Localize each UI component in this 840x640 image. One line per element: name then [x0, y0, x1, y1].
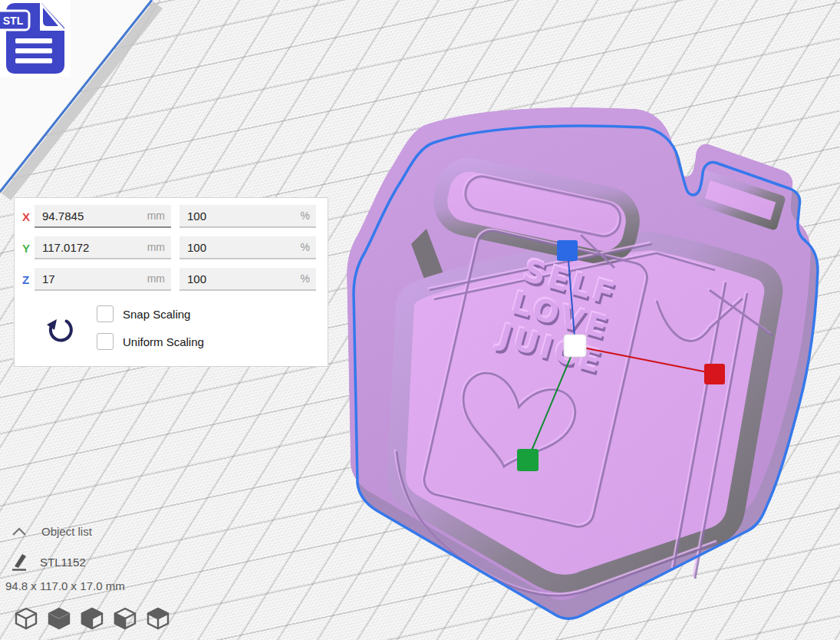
reset-scale-button[interactable] — [44, 312, 76, 347]
gizmo-handle-z[interactable] — [557, 240, 578, 261]
cube-top-left-icon — [80, 606, 104, 631]
cube-top-face-icon — [146, 606, 170, 631]
view-right-side-button[interactable] — [145, 606, 171, 632]
object-list-toggle[interactable]: Object list — [11, 525, 92, 538]
snap-scaling-label: Snap Scaling — [123, 308, 190, 321]
checkbox-box[interactable] — [97, 333, 114, 350]
view-3d-button[interactable] — [13, 606, 39, 632]
y-percent-input[interactable]: 100 % — [180, 236, 316, 259]
rotate-reset-icon — [44, 312, 76, 347]
model-stl1152[interactable]: SELF LOVE JUICE SELF LOVE JUICE SELF LOV… — [347, 107, 818, 619]
gizmo-handle-center[interactable] — [564, 335, 586, 357]
percent-unit-label: % — [301, 209, 310, 222]
scale-row-x: X 94.7845 mm 100 % — [22, 205, 324, 228]
snap-scaling-checkbox[interactable]: Snap Scaling — [97, 305, 190, 322]
model-dimensions: 94.8 x 117.0 x 17.0 mm — [5, 579, 125, 592]
edit-pencil-icon — [10, 552, 30, 572]
view-front-button[interactable] — [46, 606, 72, 632]
x-size-input[interactable]: 94.7845 mm — [35, 205, 171, 228]
gizmo-handle-y[interactable] — [517, 449, 539, 471]
mm-unit-label: mm — [147, 272, 165, 285]
object-list-label: Object list — [41, 525, 92, 538]
cube-left-face-icon — [113, 606, 137, 631]
object-name: STL1152 — [40, 556, 86, 569]
gizmo-handle-x[interactable] — [704, 364, 725, 384]
percent-unit-label: % — [301, 241, 310, 253]
view-left-side-button[interactable] — [112, 606, 138, 632]
chevron-up-icon — [11, 526, 28, 537]
percent-unit-label: % — [301, 272, 310, 285]
scale-row-y: Y 117.0172 mm 100 % — [22, 236, 324, 259]
stl-file-icon: STL — [0, 0, 71, 77]
x-percent-input[interactable]: 100 % — [180, 205, 316, 228]
z-percent-input[interactable]: 100 % — [180, 268, 316, 291]
uniform-scaling-checkbox[interactable]: Uniform Scaling — [97, 333, 204, 350]
uniform-scaling-label: Uniform Scaling — [123, 335, 204, 348]
checkbox-box[interactable] — [97, 305, 114, 322]
z-size-input[interactable]: 17 mm — [35, 268, 171, 291]
scale-panel: X 94.7845 mm 100 % Y 117.0172 mm 100 % Z… — [14, 197, 328, 367]
view-top-button[interactable] — [79, 606, 105, 632]
view-toolbar — [13, 606, 171, 632]
mm-unit-label: mm — [147, 241, 165, 253]
axis-y-label: Y — [22, 242, 35, 255]
stl-badge-label: STL — [3, 15, 24, 27]
axis-z-label: Z — [22, 273, 35, 286]
mm-unit-label: mm — [147, 209, 165, 222]
axis-x-label: X — [22, 210, 35, 223]
cube-solid-icon — [47, 606, 71, 631]
cube-wireframe-icon — [14, 606, 38, 631]
scale-row-z: Z 17 mm 100 % — [22, 268, 324, 291]
y-size-input[interactable]: 117.0172 mm — [35, 236, 171, 259]
object-list-item[interactable]: STL1152 — [10, 552, 86, 572]
